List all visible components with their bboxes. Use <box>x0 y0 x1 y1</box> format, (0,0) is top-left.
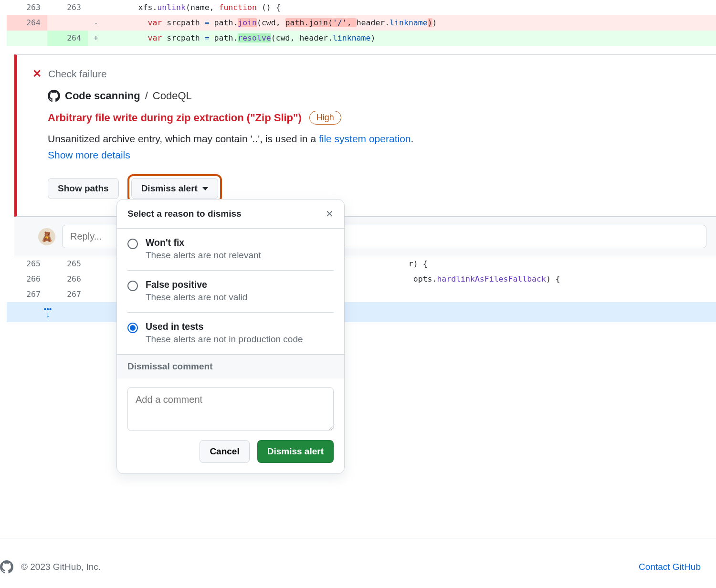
diff-row: 266 266 opts.hardlinkAsFilesFallback) { <box>7 272 716 287</box>
expand-down-icon[interactable]: ••• ↓ <box>7 306 89 318</box>
dismiss-option-wont-fix[interactable]: Won't fix These alerts are not relevant <box>117 229 344 270</box>
avatar[interactable]: 🧸 <box>38 228 55 245</box>
line-num-new <box>47 15 88 31</box>
github-icon[interactable] <box>0 560 13 574</box>
dismiss-option-false-positive[interactable]: False positive These alerts are not vali… <box>117 271 344 312</box>
github-icon <box>48 90 60 102</box>
code-line: var srcpath = path.join(cwd, path.join('… <box>104 15 716 31</box>
dropdown-title: Select a reason to dismiss <box>127 209 242 219</box>
dismiss-alert-button[interactable]: Dismiss alert <box>131 178 218 199</box>
expand-hunk-row[interactable]: ••• ↓ <box>7 302 716 322</box>
caret-down-icon <box>202 187 208 190</box>
diff-table-tail: 265 265 r) { 266 266 opts.hardlinkA <box>7 256 716 322</box>
dismiss-option-used-in-tests[interactable]: Used in tests These alerts are not in pr… <box>117 313 344 354</box>
file-system-operation-link[interactable]: file system operation <box>319 133 411 144</box>
alert-title[interactable]: Arbitrary file write during zip extracti… <box>48 112 302 124</box>
check-failure-header: ✕ Check failure <box>32 67 701 80</box>
alert-desc-text: Unsanitized archive entry, which may con… <box>48 133 319 144</box>
diff-row-added: 264 + var srcpath = path.resolve(cwd, he… <box>7 31 716 46</box>
diff-marker: - <box>88 15 104 31</box>
line-num-new: 264 <box>47 31 88 46</box>
line-num-new: 263 <box>47 0 88 15</box>
show-more-details-link[interactable]: Show more details <box>48 149 130 161</box>
close-icon[interactable]: ✕ <box>326 208 334 220</box>
scanner-name: Code scanning <box>65 90 140 102</box>
dismiss-reason-dropdown: Select a reason to dismiss ✕ Won't fix T… <box>116 199 345 474</box>
alert-desc-suffix: . <box>411 133 414 144</box>
diff-row: 267 267 <box>7 287 716 302</box>
diff-row: 263 263 xfs.unlink(name, function () { <box>7 0 716 15</box>
scanner-tool: CodeQL <box>153 90 192 102</box>
show-paths-button[interactable]: Show paths <box>48 178 119 199</box>
severity-badge: High <box>309 111 341 125</box>
line-num-old: 264 <box>7 15 47 31</box>
dismiss-alert-label: Dismiss alert <box>141 183 198 194</box>
option-label: Won't fix <box>146 237 261 248</box>
copyright-text: © 2023 GitHub, Inc. <box>21 562 101 572</box>
diff-marker: + <box>88 31 104 46</box>
diff-table: 263 263 xfs.unlink(name, function () { 2… <box>7 0 716 46</box>
diff-row: 265 265 r) { <box>7 256 716 272</box>
option-desc: These alerts are not in production code <box>146 334 303 345</box>
option-label: False positive <box>146 279 247 290</box>
cancel-button[interactable]: Cancel <box>200 440 249 463</box>
line-num-old: 263 <box>7 0 47 15</box>
check-failure-label: Check failure <box>48 68 107 80</box>
option-desc: These alerts are not relevant <box>146 250 261 261</box>
code-line: xfs.unlink(name, function () { <box>104 0 716 15</box>
radio-icon-selected[interactable] <box>127 323 138 333</box>
diff-marker <box>88 0 104 15</box>
contact-github-link[interactable]: Contact GitHub <box>639 562 701 572</box>
slash: / <box>145 90 148 102</box>
dismiss-alert-confirm-button[interactable]: Dismiss alert <box>257 440 334 463</box>
radio-icon[interactable] <box>127 239 138 249</box>
radio-icon[interactable] <box>127 281 138 291</box>
scanner-line: Code scanning / CodeQL <box>32 90 701 102</box>
x-icon: ✕ <box>32 67 42 80</box>
code-line: var srcpath = path.resolve(cwd, header.l… <box>104 31 716 46</box>
code-scanning-alert: ✕ Check failure Code scanning / CodeQL A… <box>14 54 716 217</box>
alert-description: Unsanitized archive entry, which may con… <box>32 133 701 145</box>
diff-row-deleted: 264 - var srcpath = path.join(cwd, path.… <box>7 15 716 31</box>
option-desc: These alerts are not valid <box>146 292 247 303</box>
line-num-old <box>7 31 47 46</box>
dismissal-comment-header: Dismissal comment <box>117 354 344 378</box>
dismiss-alert-highlight: Dismiss alert <box>127 174 222 203</box>
option-label: Used in tests <box>146 321 303 332</box>
page-footer: © 2023 GitHub, Inc. Contact GitHub <box>0 538 716 574</box>
dismissal-comment-input[interactable] <box>127 387 334 431</box>
